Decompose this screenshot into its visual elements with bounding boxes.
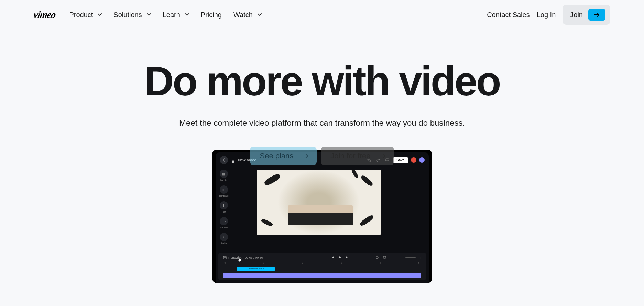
nav-links: Product Solutions Learn Pricing Watch [69,11,261,19]
timeline-playhead[interactable] [240,260,240,278]
rail-template[interactable]: ⊞ Template [218,185,229,197]
play-button[interactable] [338,256,341,260]
nav-label: Watch [233,11,253,19]
contact-sales-link[interactable]: Contact Sales [487,11,530,19]
paint-stroke-icon [360,174,374,187]
scissors-icon [376,256,380,259]
arrow-right-icon [380,152,386,159]
transcript-button[interactable]: Transcript [223,256,242,259]
arrow-right-icon [588,9,605,21]
chevron-down-icon [98,13,102,17]
hands-keyboard-image [288,205,353,225]
timeline-top: Transcript 00:06 / 00:50 [223,256,421,260]
ruler-tick: 1 [263,262,264,265]
rail-label: Template [219,195,228,197]
rail-text[interactable]: T Text [218,201,229,213]
nav-label: Learn [163,11,180,19]
nav-right: Contact Sales Log In Join [487,5,610,25]
editor-timeline: Transcript 00:06 / 00:50 [218,253,426,280]
cta-label: Join for free [330,151,370,160]
join-free-button[interactable]: Join for free [321,147,394,165]
arrow-right-icon [302,152,309,159]
nav-watch[interactable]: Watch [233,11,262,19]
rail-label: Graphics [219,226,228,229]
cta-row: See plans Join for free [0,147,644,165]
ruler-tick: 2 [302,262,303,265]
zoom-slider[interactable] [405,257,416,258]
logo[interactable]: vimeo [33,9,56,20]
template-icon: ⊞ [220,185,228,194]
timeline-time: 00:06 / 00:50 [245,256,263,259]
transcript-icon [223,256,227,259]
nav-product[interactable]: Product [69,11,102,19]
rail-media[interactable]: ▦ Media [218,170,229,181]
next-button[interactable] [345,256,349,260]
join-button-label: Join [570,11,583,19]
skip-forward-icon [345,256,349,259]
see-plans-button[interactable]: See plans [250,147,317,165]
timeline-clip-row: Title Goes Here [223,267,421,271]
audio-icon: ♪ [220,233,228,241]
zoom-in-button[interactable]: + [419,256,421,260]
rail-graphics[interactable]: ⋮⋮ Graphics [218,217,229,229]
nav-learn[interactable]: Learn [163,11,189,19]
cta-label: See plans [260,151,293,160]
nav-label: Product [69,11,93,19]
chevron-down-icon [147,13,151,17]
ruler-tick: 0 [225,262,226,265]
hero-subtitle: Meet the complete video platform that ca… [0,118,644,128]
editor-canvas [257,170,381,235]
chevron-down-icon [258,13,262,17]
ruler-tick: 3 [341,262,342,265]
timeline-track[interactable] [223,273,421,278]
nav-label: Solutions [113,11,142,19]
delete-button[interactable] [383,256,386,260]
rail-label: Audio [221,242,227,245]
timeline-clip[interactable]: Title Goes Here [237,267,275,271]
login-link[interactable]: Log In [537,11,556,19]
split-button[interactable] [376,256,380,260]
text-icon: T [220,201,228,209]
nav-label: Pricing [201,11,222,19]
graphics-icon: ⋮⋮ [220,217,228,225]
rail-label: Media [220,179,227,181]
paint-stroke-icon [359,214,374,227]
chevron-down-icon [185,13,189,17]
rail-label: Text [221,211,226,213]
ruler-tick: 4 [380,262,381,265]
editor-frame: New Video Save [212,150,432,283]
trash-icon [383,256,386,259]
media-icon: ▦ [220,170,228,178]
svg-rect-2 [223,256,226,259]
zoom-out-button[interactable]: − [400,256,402,260]
top-nav: vimeo Product Solutions Learn Pricing Wa… [0,0,644,30]
editor-rail: ▦ Media ⊞ Template T Text ⋮⋮ Graphics [218,170,229,245]
paint-stroke-icon [261,218,273,227]
hero: Do more with video Meet the complete vid… [0,30,644,283]
nav-pricing[interactable]: Pricing [201,11,222,19]
timeline-ruler: 0 1 2 3 4 5 [223,262,421,265]
rail-audio[interactable]: ♪ Audio [218,233,229,245]
hero-title: Do more with video [0,60,644,102]
editor-mockup: New Video Save [0,150,644,283]
join-button[interactable]: Join [563,5,610,25]
play-icon [338,256,341,259]
skip-back-icon [331,256,335,259]
editor-inner: New Video Save [216,152,429,283]
nav-solutions[interactable]: Solutions [113,11,151,19]
ruler-tick: 5 [418,262,420,265]
timeline-controls: − + [331,256,421,260]
prev-button[interactable] [331,256,335,260]
